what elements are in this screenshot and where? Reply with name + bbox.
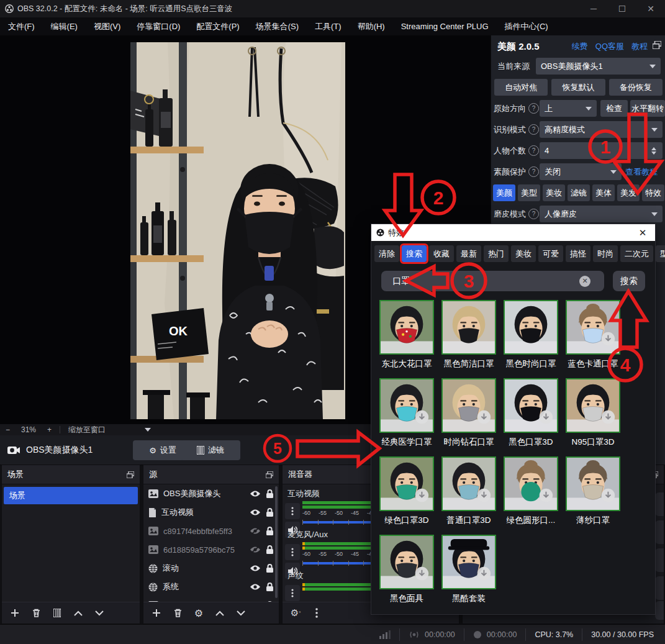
- beauty-tab-美妆[interactable]: 美妆: [543, 184, 565, 201]
- scene-item-0[interactable]: 场景: [4, 487, 138, 504]
- effects-tab-收藏[interactable]: 收藏: [429, 245, 454, 262]
- effects-search-button[interactable]: 搜索: [613, 271, 645, 291]
- effect-item-5[interactable]: 时尚钻石口罩: [441, 378, 496, 448]
- effects-search-input[interactable]: [381, 271, 604, 291]
- menu-item-8[interactable]: Streaming Center PLUG: [393, 17, 497, 35]
- flip-horizontal-button[interactable]: 水平翻转: [630, 100, 665, 117]
- effect-item-10[interactable]: 绿色圆形口...: [504, 456, 558, 526]
- menu-item-4[interactable]: 配置文件(P): [188, 17, 247, 35]
- add-source-button[interactable]: [147, 605, 166, 620]
- effects-tab-搞怪[interactable]: 搞怪: [566, 245, 590, 262]
- menu-item-3[interactable]: 停靠窗口(D): [129, 17, 188, 35]
- kebab-menu-icon[interactable]: [285, 503, 300, 519]
- lock-icon[interactable]: [266, 545, 274, 555]
- source-row-0[interactable]: OBS美颜摄像头: [143, 484, 279, 503]
- source-row-2[interactable]: c8917f4ebbfbfe5ff3: [143, 522, 279, 540]
- visibility-eye-off-icon[interactable]: [250, 527, 261, 535]
- fit-to-window[interactable]: 缩放至窗口: [68, 425, 106, 435]
- effect-thumbnail[interactable]: [379, 378, 434, 433]
- visibility-eye-off-icon[interactable]: [250, 546, 261, 553]
- lock-icon[interactable]: [266, 489, 274, 499]
- beauty-tab-特效[interactable]: 特效: [642, 184, 664, 201]
- effects-tab-可爱[interactable]: 可爱: [538, 245, 563, 262]
- advanced-audio-button[interactable]: ⚙°: [286, 605, 305, 620]
- menu-item-6[interactable]: 工具(T): [307, 17, 350, 35]
- close-button[interactable]: ✕: [636, 0, 665, 17]
- popout-icon[interactable]: [127, 471, 134, 478]
- sources-scrollbar[interactable]: [275, 486, 278, 598]
- effect-item-8[interactable]: 绿色口罩3D: [379, 456, 434, 526]
- beauty-action-button-0[interactable]: 自动对焦: [494, 79, 548, 96]
- beauty-link-1[interactable]: QQ客服: [595, 41, 624, 52]
- menu-item-7[interactable]: 帮助(H): [350, 17, 393, 35]
- panel-button[interactable]: [655, 576, 664, 600]
- effect-item-6[interactable]: 黑色口罩3D: [504, 378, 558, 448]
- effect-thumbnail[interactable]: [566, 456, 620, 511]
- tutorial-link[interactable]: 查看教程: [625, 166, 658, 178]
- source-row-3[interactable]: 6d18859a5796bc75: [143, 540, 279, 559]
- panel-button[interactable]: [655, 601, 664, 620]
- effect-item-1[interactable]: 黑色简洁口罩: [441, 300, 496, 370]
- effect-thumbnail[interactable]: [504, 456, 558, 511]
- beauty-tab-美型[interactable]: 美型: [518, 184, 540, 201]
- effects-tab-清除[interactable]: 清除: [374, 245, 399, 262]
- beauty-tab-美发[interactable]: 美发: [617, 184, 640, 201]
- effect-item-12[interactable]: 黑色面具: [379, 535, 434, 604]
- effect-thumbnail[interactable]: [441, 535, 496, 589]
- kebab-menu-icon[interactable]: [307, 605, 326, 620]
- add-scene-button[interactable]: [6, 605, 24, 620]
- help-icon[interactable]: ?: [528, 166, 539, 177]
- beauty-action-button-1[interactable]: 恢复默认: [551, 79, 605, 96]
- source-filters-button[interactable]: 滤镜: [181, 440, 240, 460]
- effect-thumbnail[interactable]: [441, 300, 496, 355]
- visibility-eye-icon[interactable]: [250, 509, 261, 516]
- recognition-mode-select[interactable]: 高精度模式: [540, 121, 663, 138]
- menu-item-5[interactable]: 场景集合(S): [248, 17, 307, 35]
- chevron-down-icon[interactable]: [145, 428, 151, 432]
- kebab-menu-icon[interactable]: [285, 544, 300, 560]
- effect-thumbnail[interactable]: [566, 300, 620, 355]
- effect-thumbnail[interactable]: [566, 378, 620, 433]
- help-icon[interactable]: ?: [528, 209, 539, 219]
- current-source-select[interactable]: OBS美颜摄像头1: [536, 58, 661, 75]
- lock-icon[interactable]: [266, 564, 274, 573]
- remove-source-button[interactable]: [168, 605, 187, 620]
- menu-item-1[interactable]: 编辑(E): [43, 17, 86, 35]
- effect-thumbnail[interactable]: [441, 378, 496, 433]
- source-properties-button[interactable]: ⚙: [189, 605, 208, 620]
- visibility-eye-icon[interactable]: [250, 490, 261, 497]
- orientation-select[interactable]: 上: [540, 100, 597, 117]
- effect-item-9[interactable]: 普通口罩3D: [441, 456, 496, 526]
- effect-item-13[interactable]: 黑酷套装: [441, 535, 496, 604]
- visibility-eye-icon[interactable]: [250, 565, 261, 572]
- effects-tab-美妆[interactable]: 美妆: [511, 245, 536, 262]
- effects-tab-搜索[interactable]: 搜索: [402, 245, 427, 262]
- spinner-arrows[interactable]: [651, 147, 658, 155]
- menu-item-2[interactable]: 视图(V): [86, 17, 129, 35]
- source-row-5[interactable]: 系统: [143, 578, 279, 596]
- zoom-out-button[interactable]: −: [6, 425, 10, 434]
- lock-icon[interactable]: [266, 527, 274, 536]
- effect-item-11[interactable]: 薄纱口罩: [566, 456, 620, 526]
- beauty-link-0[interactable]: 续费: [572, 41, 588, 52]
- effect-item-4[interactable]: 经典医学口罩: [379, 378, 434, 448]
- maximize-button[interactable]: ☐: [608, 0, 636, 17]
- effects-tab-时尚[interactable]: 时尚: [593, 245, 618, 262]
- clear-search-icon[interactable]: ✕: [579, 276, 590, 287]
- zoom-in-button[interactable]: +: [47, 425, 52, 434]
- panel-button[interactable]: [655, 520, 664, 544]
- effects-tab-二次元[interactable]: 二次元: [620, 245, 653, 262]
- beauty-action-button-2[interactable]: 备份恢复: [609, 79, 663, 96]
- effect-item-2[interactable]: 黑色时尚口罩: [504, 300, 558, 370]
- help-icon[interactable]: ?: [528, 103, 539, 114]
- scene-filters-button[interactable]: [48, 605, 66, 620]
- kebab-menu-icon[interactable]: [285, 585, 300, 601]
- smooth-mode-select[interactable]: 人像磨皮: [540, 206, 663, 222]
- bare-face-protect-select[interactable]: 关闭: [540, 163, 622, 180]
- effects-dialog-titlebar[interactable]: 特效 ✕: [371, 224, 655, 241]
- popout-icon[interactable]: [266, 471, 273, 478]
- panel-button[interactable]: [655, 548, 664, 572]
- source-up-button[interactable]: [210, 605, 229, 620]
- person-count-input[interactable]: 4: [540, 142, 663, 159]
- source-row-4[interactable]: 滚动: [143, 559, 279, 578]
